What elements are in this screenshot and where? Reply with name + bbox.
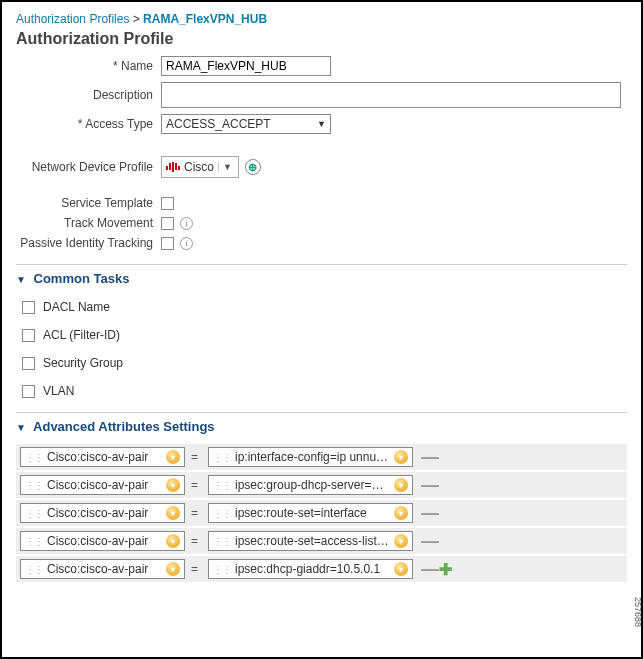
remove-row-button[interactable]: — — [421, 506, 435, 520]
task-label: VLAN — [43, 384, 74, 398]
chevron-down-icon: ▼ — [317, 119, 326, 129]
dacl-name-checkbox[interactable] — [22, 301, 35, 314]
grip-icon: ⋮⋮ — [25, 480, 43, 491]
passive-identity-checkbox[interactable] — [161, 237, 174, 250]
service-template-checkbox[interactable] — [161, 197, 174, 210]
chevron-down-icon: ▾ — [166, 506, 180, 520]
grip-icon: ⋮⋮ — [213, 452, 231, 463]
attribute-row: ⋮⋮ Cisco:cisco-av-pair ▾ = ⋮⋮ ipsec:grou… — [16, 472, 627, 498]
description-input[interactable] — [161, 82, 621, 108]
grip-icon: ⋮⋮ — [213, 564, 231, 575]
attribute-row: ⋮⋮ Cisco:cisco-av-pair ▾ = ⋮⋮ ipsec:dhcp… — [16, 556, 627, 582]
task-label: Security Group — [43, 356, 123, 370]
security-group-checkbox[interactable] — [22, 357, 35, 370]
chevron-down-icon: ▾ — [394, 450, 408, 464]
attribute-row: ⋮⋮ Cisco:cisco-av-pair ▾ = ⋮⋮ ipsec:rout… — [16, 528, 627, 554]
disclosure-triangle-icon: ▼ — [16, 274, 26, 285]
service-template-label: Service Template — [16, 196, 161, 210]
track-movement-checkbox[interactable] — [161, 217, 174, 230]
network-device-profile-label: Network Device Profile — [16, 160, 161, 174]
attribute-value-select[interactable]: ⋮⋮ ipsec:route-set=interface ▾ — [208, 503, 413, 523]
attribute-key-select[interactable]: ⋮⋮ Cisco:cisco-av-pair ▾ — [20, 503, 185, 523]
attribute-key-select[interactable]: ⋮⋮ Cisco:cisco-av-pair ▾ — [20, 447, 185, 467]
attribute-key-select[interactable]: ⋮⋮ Cisco:cisco-av-pair ▾ — [20, 475, 185, 495]
chevron-down-icon: ▾ — [394, 506, 408, 520]
grip-icon: ⋮⋮ — [213, 536, 231, 547]
chevron-down-icon: ▾ — [394, 478, 408, 492]
info-icon[interactable]: i — [180, 217, 193, 230]
task-security-group: Security Group — [22, 356, 627, 370]
breadcrumb-current: RAMA_FlexVPN_HUB — [143, 12, 267, 26]
remove-row-button[interactable]: — — [421, 450, 435, 464]
remove-row-button[interactable]: — — [421, 478, 435, 492]
task-acl-filter-id: ACL (Filter-ID) — [22, 328, 627, 342]
passive-identity-label: Passive Identity Tracking — [16, 236, 161, 250]
page-title: Authorization Profile — [16, 30, 627, 48]
breadcrumb-parent-link[interactable]: Authorization Profiles — [16, 12, 129, 26]
access-type-select[interactable]: ACCESS_ACCEPT ▼ — [161, 114, 331, 134]
grip-icon: ⋮⋮ — [25, 508, 43, 519]
add-profile-button[interactable]: ⊕ — [245, 159, 261, 175]
task-label: DACL Name — [43, 300, 110, 314]
vlan-checkbox[interactable] — [22, 385, 35, 398]
track-movement-label: Track Movement — [16, 216, 161, 230]
name-label: Name — [16, 59, 161, 73]
task-dacl-name: DACL Name — [22, 300, 627, 314]
acl-filter-id-checkbox[interactable] — [22, 329, 35, 342]
grip-icon: ⋮⋮ — [213, 508, 231, 519]
attribute-row: ⋮⋮ Cisco:cisco-av-pair ▾ = ⋮⋮ ip:interfa… — [16, 444, 627, 470]
attribute-value-select[interactable]: ⋮⋮ ipsec:dhcp-giaddr=10.5.0.1 ▾ — [208, 559, 413, 579]
attribute-row: ⋮⋮ Cisco:cisco-av-pair ▾ = ⋮⋮ ipsec:rout… — [16, 500, 627, 526]
grip-icon: ⋮⋮ — [213, 480, 231, 491]
name-input[interactable] — [161, 56, 331, 76]
disclosure-triangle-icon: ▼ — [16, 422, 26, 433]
chevron-down-icon: ▾ — [166, 450, 180, 464]
remove-row-button[interactable]: — — [421, 562, 435, 576]
access-type-label: Access Type — [16, 117, 161, 131]
chevron-down-icon: ▼ — [218, 162, 236, 172]
attribute-key-select[interactable]: ⋮⋮ Cisco:cisco-av-pair ▾ — [20, 531, 185, 551]
divider — [16, 264, 627, 265]
grip-icon: ⋮⋮ — [25, 452, 43, 463]
add-row-button[interactable]: ✚ — [439, 560, 452, 579]
chevron-down-icon: ▾ — [166, 534, 180, 548]
network-device-profile-select[interactable]: Cisco ▼ — [161, 156, 239, 178]
remove-row-button[interactable]: — — [421, 534, 435, 548]
info-icon[interactable]: i — [180, 237, 193, 250]
attribute-value-select[interactable]: ⋮⋮ ipsec:route-set=access-list CL... ▾ — [208, 531, 413, 551]
breadcrumb: Authorization Profiles > RAMA_FlexVPN_HU… — [16, 12, 627, 26]
chevron-down-icon: ▾ — [394, 562, 408, 576]
grip-icon: ⋮⋮ — [25, 564, 43, 575]
grip-icon: ⋮⋮ — [25, 536, 43, 547]
chevron-down-icon: ▾ — [394, 534, 408, 548]
advanced-attributes-header[interactable]: ▼ Advanced Attributes Settings — [16, 419, 627, 434]
advanced-attributes-table: ⋮⋮ Cisco:cisco-av-pair ▾ = ⋮⋮ ip:interfa… — [16, 444, 627, 582]
cisco-logo-icon — [166, 162, 180, 172]
attribute-value-select[interactable]: ⋮⋮ ip:interface-config=ip unnumbe... ▾ — [208, 447, 413, 467]
common-tasks-header[interactable]: ▼ Common Tasks — [16, 271, 627, 286]
attribute-key-select[interactable]: ⋮⋮ Cisco:cisco-av-pair ▾ — [20, 559, 185, 579]
task-label: ACL (Filter-ID) — [43, 328, 120, 342]
description-label: Description — [16, 88, 161, 102]
divider — [16, 412, 627, 413]
task-vlan: VLAN — [22, 384, 627, 398]
attribute-value-select[interactable]: ⋮⋮ ipsec:group-dhcp-server=10.2.... ▾ — [208, 475, 413, 495]
chevron-down-icon: ▾ — [166, 562, 180, 576]
image-code: 257688 — [633, 597, 643, 627]
chevron-down-icon: ▾ — [166, 478, 180, 492]
